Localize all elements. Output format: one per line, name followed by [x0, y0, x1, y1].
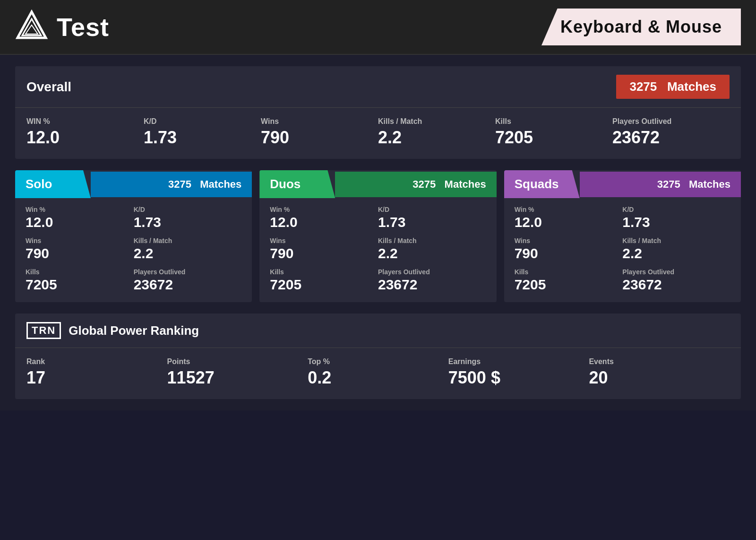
mode-matches-solo: 3275 Matches: [91, 172, 252, 197]
ranking-stat-value: 11527: [167, 368, 308, 388]
mode-stat-value: 790: [26, 245, 134, 261]
ranking-stat-label: Top %: [308, 357, 448, 366]
mode-stat-value: 790: [515, 245, 623, 261]
mode-stat-value: 790: [270, 245, 378, 261]
main-content: Overall 3275 Matches WIN % 12.0 K/D 1.73…: [0, 55, 756, 410]
overall-matches-badge: 3275 Matches: [616, 75, 730, 99]
mode-stat-value: 2.2: [622, 245, 730, 261]
mode-stat-label: Players Outlived: [134, 268, 242, 276]
mode-stat-item: Kills 7205: [26, 268, 134, 293]
mode-stat-value: 1.73: [622, 214, 730, 230]
mode-stat-label: Win %: [270, 206, 378, 213]
mode-stat-label: K/D: [134, 206, 242, 213]
mode-stat-value: 23672: [134, 277, 242, 293]
mode-stat-value: 23672: [378, 277, 486, 293]
mode-stat-label: K/D: [622, 206, 730, 213]
mode-stats-squads: Win % 12.0 K/D 1.73 Wins 790 Kills / Mat…: [504, 198, 741, 302]
overall-stat-item: K/D 1.73: [144, 117, 261, 148]
mode-card-squads: Squads 3275 Matches Win % 12.0 K/D 1.73 …: [504, 170, 741, 302]
ranking-section: TRN Global Power Ranking Rank 17 Points …: [15, 314, 741, 399]
ranking-stat-value: 7500 $: [448, 368, 589, 388]
mode-stat-value: 12.0: [515, 214, 623, 230]
mode-stat-item: Wins 790: [515, 237, 623, 261]
mode-stat-item: K/D 1.73: [378, 206, 486, 230]
stat-label: Kills: [495, 117, 612, 126]
mode-stat-value: 2.2: [378, 245, 486, 261]
stat-value: 1.73: [144, 128, 261, 148]
overall-stats-grid: WIN % 12.0 K/D 1.73 Wins 790 Kills / Mat…: [15, 108, 741, 159]
mode-stats-solo: Win % 12.0 K/D 1.73 Wins 790 Kills / Mat…: [15, 198, 252, 302]
mode-stat-value: 12.0: [26, 214, 134, 230]
stat-label: WIN %: [26, 117, 144, 126]
stat-label: Kills / Match: [378, 117, 495, 126]
mode-stat-label: Wins: [26, 237, 134, 244]
ranking-stat-value: 0.2: [308, 368, 448, 388]
mode-stat-label: Win %: [515, 206, 623, 213]
mode-stat-item: Players Outlived 23672: [378, 268, 486, 293]
mode-stat-value: 1.73: [378, 214, 486, 230]
overall-stat-item: Kills / Match 2.2: [378, 117, 495, 148]
mode-stat-value: 1.73: [134, 214, 242, 230]
overall-stat-item: Wins 790: [261, 117, 378, 148]
overall-matches-label: Matches: [667, 79, 716, 94]
mode-stat-item: Kills / Match 2.2: [134, 237, 242, 261]
mode-title-duos: Duos: [259, 170, 335, 198]
mode-stat-item: Kills / Match 2.2: [378, 237, 486, 261]
mode-stat-value: 2.2: [134, 245, 242, 261]
mode-stat-value: 7205: [270, 277, 378, 293]
mode-stat-item: Kills 7205: [515, 268, 623, 293]
mode-stat-item: Players Outlived 23672: [622, 268, 730, 293]
mode-stat-label: Kills: [270, 268, 378, 276]
mode-stat-label: Kills: [26, 268, 134, 276]
mode-stat-label: Kills: [515, 268, 623, 276]
mode-stat-value: 7205: [515, 277, 623, 293]
ranking-stats-grid: Rank 17 Points 11527 Top % 0.2 Earnings …: [15, 348, 741, 388]
header: Test Keyboard & Mouse: [0, 0, 756, 55]
mode-header-squads: Squads 3275 Matches: [504, 170, 741, 198]
stat-value: 790: [261, 128, 378, 148]
overall-header: Overall 3275 Matches: [15, 66, 741, 108]
ranking-stat-label: Rank: [26, 357, 167, 366]
input-method-label: Keyboard & Mouse: [560, 17, 722, 36]
ranking-title: Global Power Ranking: [69, 323, 199, 338]
input-method-badge: Keyboard & Mouse: [541, 9, 741, 45]
mode-card-duos: Duos 3275 Matches Win % 12.0 K/D 1.73 Wi…: [259, 170, 496, 302]
logo-icon: [15, 9, 48, 44]
overall-section: Overall 3275 Matches WIN % 12.0 K/D 1.73…: [15, 66, 741, 159]
ranking-stat-value: 17: [26, 368, 167, 388]
mode-stat-value: 7205: [26, 277, 134, 293]
mode-stat-value: 23672: [622, 277, 730, 293]
stat-label: Players Outlived: [612, 117, 730, 126]
header-left: Test: [15, 9, 109, 44]
mode-matches-duos: 3275 Matches: [335, 172, 496, 197]
mode-stat-item: K/D 1.73: [134, 206, 242, 230]
mode-stat-item: Win % 12.0: [270, 206, 378, 230]
mode-stat-item: Win % 12.0: [26, 206, 134, 230]
overall-stat-item: Players Outlived 23672: [612, 117, 730, 148]
mode-header-solo: Solo 3275 Matches: [15, 170, 252, 198]
mode-stat-label: Players Outlived: [622, 268, 730, 276]
mode-stat-label: Wins: [515, 237, 623, 244]
mode-stat-label: Wins: [270, 237, 378, 244]
ranking-header: TRN Global Power Ranking: [15, 314, 741, 348]
mode-stat-item: Kills / Match 2.2: [622, 237, 730, 261]
trn-logo: TRN: [26, 322, 61, 339]
stat-value: 23672: [612, 128, 730, 148]
mode-title-squads: Squads: [504, 170, 580, 198]
overall-stat-item: Kills 7205: [495, 117, 612, 148]
mode-stat-item: Wins 790: [270, 237, 378, 261]
mode-card-solo: Solo 3275 Matches Win % 12.0 K/D 1.73 Wi…: [15, 170, 252, 302]
ranking-stat-item: Events 20: [589, 357, 730, 388]
mode-header-duos: Duos 3275 Matches: [259, 170, 496, 198]
stat-value: 7205: [495, 128, 612, 148]
ranking-stat-item: Top % 0.2: [308, 357, 448, 388]
stat-label: Wins: [261, 117, 378, 126]
overall-title: Overall: [26, 79, 71, 95]
mode-stat-label: K/D: [378, 206, 486, 213]
mode-matches-squads: 3275 Matches: [580, 172, 741, 197]
page-title: Test: [57, 12, 109, 42]
mode-stat-item: Kills 7205: [270, 268, 378, 293]
stat-value: 2.2: [378, 128, 495, 148]
mode-stat-label: Win %: [26, 206, 134, 213]
ranking-stat-label: Earnings: [448, 357, 589, 366]
